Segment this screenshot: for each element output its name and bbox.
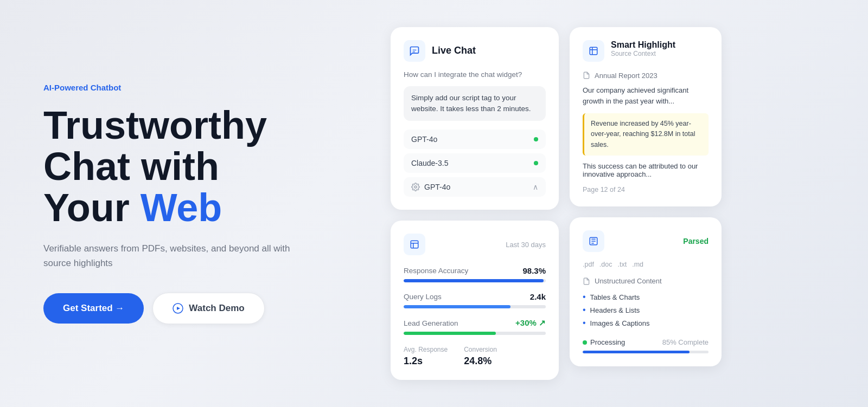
watch-demo-button[interactable]: Watch Demo xyxy=(152,293,264,324)
svg-point-2 xyxy=(414,186,417,188)
processing-percent: 85% Complete xyxy=(662,338,709,346)
stats-icon xyxy=(404,234,425,255)
get-started-button[interactable]: Get Started → xyxy=(43,293,144,324)
model-list: GPT-4o Claude-3.5 GPT-4o ∧ xyxy=(404,130,546,197)
model-status-dot xyxy=(534,137,538,141)
parsed-icon xyxy=(583,230,604,252)
smart-highlight-card: Smart Highlight Source Context Annual Re… xyxy=(570,27,722,206)
svg-rect-3 xyxy=(411,241,418,249)
list-item-headers: Headers & Lists xyxy=(583,303,709,316)
unstructured-title: Unstructured Content xyxy=(583,277,709,285)
stats-card: Last 30 days Response Accuracy 98.3% Que… xyxy=(391,221,559,380)
stats-footer: Avg. Response 1.2s Conversion 24.8% xyxy=(404,346,546,367)
stats-period: Last 30 days xyxy=(506,241,546,249)
model-settings-row[interactable]: GPT-4o ∧ xyxy=(404,177,546,197)
source-body-before: Our company achieved significant growth … xyxy=(583,85,709,107)
smart-title: Smart Highlight xyxy=(611,40,675,50)
model-status-dot-2 xyxy=(534,161,538,165)
avg-response-stat: Avg. Response 1.2s xyxy=(404,346,448,367)
parsed-card: Parsed .pdf .doc .txt .md Unstructured C… xyxy=(570,217,722,366)
svg-marker-1 xyxy=(177,307,180,310)
hero-badge: AI-Powered Chatbot xyxy=(43,83,347,92)
cards-section: Live Chat How can I integrate the chat w… xyxy=(391,11,743,397)
processing-dot xyxy=(583,340,587,345)
accuracy-bar xyxy=(404,279,546,282)
model-item-gpt4o[interactable]: GPT-4o xyxy=(404,130,546,149)
file-icon xyxy=(583,277,590,285)
live-chat-title: Live Chat xyxy=(432,45,476,56)
processing-row: Processing 85% Complete xyxy=(583,338,709,346)
settings-icon xyxy=(411,183,420,191)
live-chat-header: Live Chat xyxy=(404,40,546,62)
cta-row: Get Started → Watch Demo xyxy=(43,293,347,324)
page-info: Page 12 of 24 xyxy=(583,186,709,193)
list-item-images: Images & Captions xyxy=(583,316,709,330)
stats-header: Last 30 days xyxy=(404,234,546,255)
queries-bar xyxy=(404,305,546,308)
hero-section: AI-Powered Chatbot Trustworthy Chat with… xyxy=(0,50,391,356)
chat-answer: Simply add our script tag to your websit… xyxy=(404,86,546,121)
chat-question: How can I integrate the chat widget? xyxy=(404,70,546,79)
left-column: Live Chat How can I integrate the chat w… xyxy=(391,27,559,380)
chevron-icon: ∧ xyxy=(533,183,538,191)
conversion-stat: Conversion 24.8% xyxy=(464,346,497,367)
file-types: .pdf .doc .txt .md xyxy=(583,261,709,268)
model-item-claude[interactable]: Claude-3.5 xyxy=(404,153,546,173)
smart-subtitle: Source Context xyxy=(611,50,675,57)
live-chat-icon xyxy=(404,40,425,62)
stat-row-leads: Lead Generation +30% ↗ xyxy=(404,318,546,335)
parsed-badge: Parsed xyxy=(683,237,709,246)
source-item: Annual Report 2023 xyxy=(583,72,709,80)
stat-row-accuracy: Response Accuracy 98.3% xyxy=(404,266,546,282)
smart-highlight-header: Smart Highlight Source Context xyxy=(583,40,709,62)
smart-icon xyxy=(583,40,604,62)
highlight-box: Revenue increased by 45% year-over-year,… xyxy=(583,113,709,156)
document-icon xyxy=(583,72,590,79)
stat-row-queries: Query Logs 2.4k xyxy=(404,292,546,308)
live-chat-card: Live Chat How can I integrate the chat w… xyxy=(391,27,559,210)
play-icon xyxy=(173,303,183,314)
source-body-after: This success can be attributed to our in… xyxy=(583,162,709,178)
parsed-header: Parsed xyxy=(583,230,709,252)
hero-subtitle: Verifiable answers from PDFs, websites, … xyxy=(43,241,304,270)
unstructured-list: Tables & Charts Headers & Lists Images &… xyxy=(583,290,709,330)
leads-bar xyxy=(404,332,546,335)
processing-bar xyxy=(583,351,709,353)
list-item-tables: Tables & Charts xyxy=(583,290,709,303)
hero-title: Trustworthy Chat with Your Web xyxy=(43,105,347,228)
active-model-label: GPT-4o xyxy=(424,183,450,191)
right-column: Smart Highlight Source Context Annual Re… xyxy=(570,27,722,366)
processing-fill xyxy=(583,351,690,353)
